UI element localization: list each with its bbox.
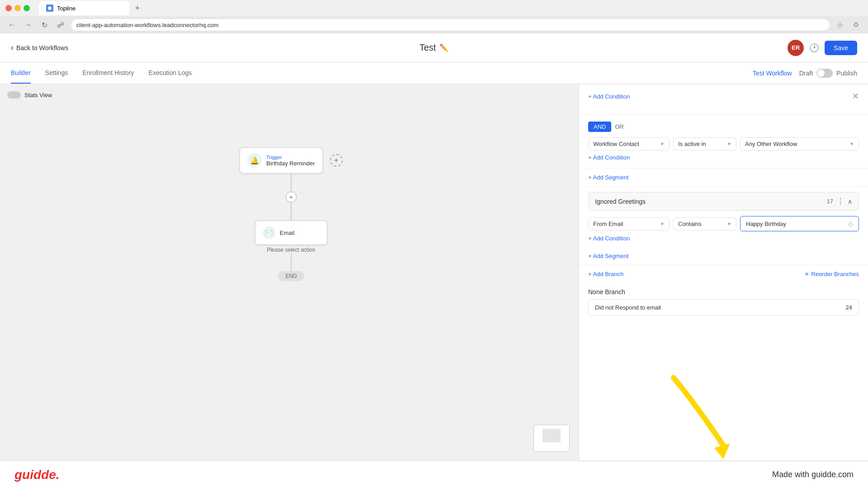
edit-title-icon[interactable]: ✏️ bbox=[439, 43, 448, 52]
caret-icon-5: ▼ bbox=[727, 221, 731, 226]
browser-tab[interactable]: Topline bbox=[39, 1, 129, 15]
email-node[interactable]: ✉️ Email bbox=[255, 221, 327, 245]
made-with-text: Made with guidde.com bbox=[772, 470, 854, 479]
forward-nav-button[interactable]: → bbox=[22, 19, 34, 31]
ignored-greetings-count: 17 bbox=[827, 198, 833, 205]
add-after-trigger-button[interactable]: + bbox=[330, 154, 343, 167]
condition-field-select-1[interactable]: Workflow Contact ▼ bbox=[588, 137, 670, 150]
reorder-label: Reorder Branches bbox=[811, 271, 859, 277]
top-bar-actions: ER 🕐 Save bbox=[788, 40, 857, 56]
none-branch-label: Did not Respond to email bbox=[595, 304, 661, 311]
close-panel-button[interactable]: ✕ bbox=[852, 91, 859, 101]
stats-view-toggle: Stats View bbox=[7, 91, 52, 99]
back-arrow-icon: ‹ bbox=[11, 43, 14, 52]
plus-connector-1[interactable]: + bbox=[286, 192, 297, 202]
condition-value-value-1: Any Other Workflow bbox=[745, 141, 797, 147]
workflow-title: Test ✏️ bbox=[420, 42, 449, 53]
add-segment-button-1[interactable]: + Add Segment bbox=[588, 174, 859, 181]
and-or-section: AND OR Workflow Contact ▼ Is active in ▼… bbox=[579, 114, 868, 169]
back-nav-button[interactable]: ← bbox=[5, 19, 18, 31]
stats-toggle-switch[interactable] bbox=[7, 91, 21, 99]
condition-row-1: Workflow Contact ▼ Is active in ▼ Any Ot… bbox=[588, 137, 859, 150]
toggle-knob bbox=[817, 70, 825, 77]
bookmark-button[interactable]: ☆ bbox=[834, 19, 846, 31]
reorder-icon: ≡ bbox=[805, 271, 809, 277]
browser-chrome: Topline + ← → ↻ ☍ client-app-automation-… bbox=[0, 0, 868, 33]
condition-operator-select-1[interactable]: Is active in ▼ bbox=[673, 137, 736, 150]
caret-icon-4: ▼ bbox=[660, 221, 665, 226]
and-button[interactable]: AND bbox=[588, 122, 611, 132]
tab-builder[interactable]: Builder bbox=[11, 63, 31, 84]
extensions-button[interactable]: ⛭ bbox=[850, 19, 863, 31]
condition-value-select-1[interactable]: Any Other Workflow ▼ bbox=[740, 137, 859, 150]
ignored-greetings-header[interactable]: Ignored Greetings 17 ⋮ ∧ bbox=[588, 192, 859, 211]
tab-execution-logs[interactable]: Execution Logs bbox=[149, 63, 192, 84]
caret-icon-2: ▼ bbox=[727, 141, 731, 146]
add-condition-button-3[interactable]: + Add Condition bbox=[588, 235, 859, 242]
draft-toggle-switch[interactable] bbox=[816, 69, 833, 78]
refresh-button[interactable]: ↻ bbox=[38, 19, 51, 31]
app-container: ‹ Back to Workflows Test ✏️ ER 🕐 Save Bu… bbox=[0, 33, 868, 488]
branch-actions: 17 ⋮ ∧ bbox=[827, 197, 852, 206]
or-button[interactable]: OR bbox=[615, 123, 624, 130]
connector-line-3 bbox=[291, 253, 292, 271]
email-node-label: Email bbox=[280, 230, 295, 236]
nav-tab-actions: Test Workflow Draft Publish bbox=[753, 69, 857, 78]
save-button[interactable]: Save bbox=[825, 41, 857, 55]
condition-operator-value-1: Is active in bbox=[678, 141, 706, 147]
ignored-greetings-section: Ignored Greetings 17 ⋮ ∧ From Email ▼ Co… bbox=[579, 187, 868, 247]
mini-map[interactable] bbox=[533, 425, 570, 452]
browser-titlebar: Topline + bbox=[0, 0, 868, 16]
dots-menu-icon[interactable]: ⋮ bbox=[837, 197, 844, 206]
traffic-light-yellow[interactable] bbox=[14, 5, 21, 11]
tab-settings[interactable]: Settings bbox=[45, 63, 68, 84]
back-label: Back to Workflows bbox=[16, 44, 68, 52]
add-segment-button-2[interactable]: + Add Segment bbox=[588, 253, 859, 259]
main-content: Stats View 🔔 Trigger Birthday Reminder + bbox=[0, 84, 868, 488]
clock-icon[interactable]: 🕐 bbox=[809, 43, 819, 53]
tab-title: Topline bbox=[57, 5, 75, 12]
test-workflow-button[interactable]: Test Workflow bbox=[753, 70, 792, 77]
connector-line-2 bbox=[291, 202, 292, 221]
none-branch-row[interactable]: Did not Respond to email 24 bbox=[588, 299, 859, 316]
caret-icon-1: ▼ bbox=[660, 141, 665, 146]
draft-toggle: Draft Publish bbox=[799, 69, 857, 78]
url-text: client-app-automation-workflows.leadconn… bbox=[76, 22, 218, 28]
condition-text-input[interactable]: Happy Birthday ◇ bbox=[740, 216, 859, 231]
trigger-node[interactable]: 🔔 Trigger Birthday Reminder bbox=[240, 147, 323, 174]
from-email-row: From Email ▼ Contains ▼ Happy Birthday ◇ bbox=[588, 216, 859, 235]
chevron-up-icon[interactable]: ∧ bbox=[848, 198, 852, 205]
nav-tabs: Builder Settings Enrollment History Exec… bbox=[0, 62, 868, 84]
condition-field-value-2: From Email bbox=[593, 221, 623, 227]
tab-favicon bbox=[46, 5, 53, 12]
condition-field-select-2[interactable]: From Email ▼ bbox=[588, 217, 670, 230]
caret-icon-3: ▼ bbox=[849, 141, 854, 146]
workflow-canvas[interactable]: Stats View 🔔 Trigger Birthday Reminder + bbox=[0, 84, 579, 488]
none-branch-section: None Branch Did not Respond to email 24 bbox=[579, 283, 868, 321]
condition-operator-select-2[interactable]: Contains ▼ bbox=[673, 217, 736, 230]
reorder-branches-button[interactable]: ≡ Reorder Branches bbox=[805, 271, 859, 277]
condition-field-value-1: Workflow Contact bbox=[593, 141, 639, 147]
condition-header-1: + Add Condition ✕ bbox=[588, 91, 859, 101]
address-bar[interactable]: client-app-automation-workflows.leadconn… bbox=[71, 19, 830, 31]
back-to-workflows-button[interactable]: ‹ Back to Workflows bbox=[11, 43, 68, 52]
none-branch-count: 24 bbox=[846, 304, 852, 311]
home-button[interactable]: ☍ bbox=[54, 19, 67, 31]
ignored-greetings-title: Ignored Greetings bbox=[595, 198, 646, 205]
new-tab-button[interactable]: + bbox=[131, 2, 144, 14]
trigger-node-info: Trigger Birthday Reminder bbox=[266, 155, 315, 167]
tab-enrollment-history[interactable]: Enrollment History bbox=[82, 63, 134, 84]
draft-label: Draft bbox=[799, 70, 813, 77]
publish-label[interactable]: Publish bbox=[836, 70, 857, 77]
add-condition-button-1[interactable]: + Add Condition bbox=[588, 93, 630, 100]
add-branch-button[interactable]: + Add Branch bbox=[588, 271, 623, 277]
please-select-action: Please select action bbox=[267, 247, 315, 253]
title-text: Test bbox=[420, 42, 436, 53]
guidde-logo: guidde. bbox=[14, 468, 60, 482]
clear-text-icon[interactable]: ◇ bbox=[848, 220, 853, 227]
add-condition-button-2[interactable]: + Add Condition bbox=[588, 154, 859, 161]
traffic-light-red[interactable] bbox=[5, 5, 12, 11]
traffic-light-green[interactable] bbox=[24, 5, 30, 11]
top-bar: ‹ Back to Workflows Test ✏️ ER 🕐 Save bbox=[0, 33, 868, 62]
add-segment-section-2: + Add Segment bbox=[579, 247, 868, 265]
